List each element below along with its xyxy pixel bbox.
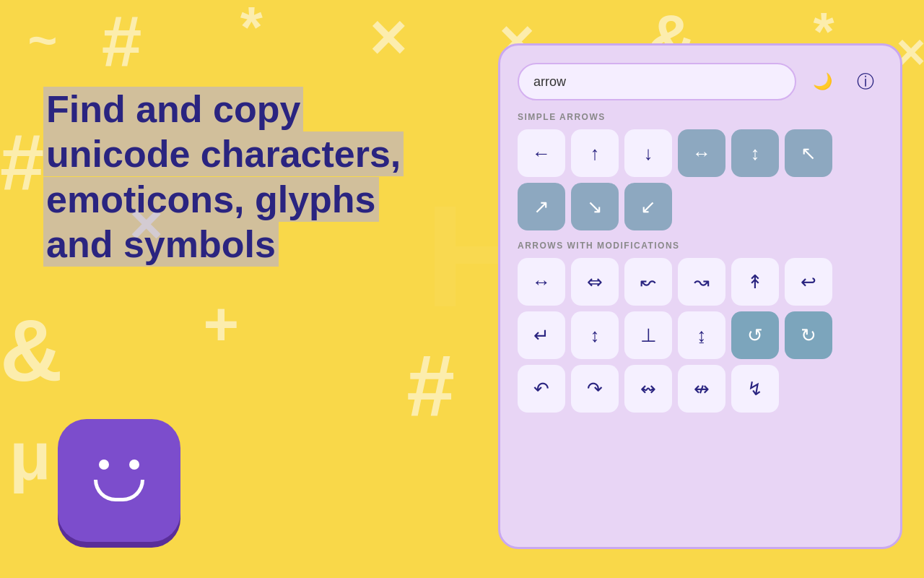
sym-mod-12[interactable]: ↻ <box>785 311 832 359</box>
arrows-modifications-section: ARROWS WITH MODIFICATIONS ↔ ⇔ ↜ ↝ ↟ ↩ ↵ … <box>518 241 883 413</box>
sym-mod-8[interactable]: ↕ <box>571 311 619 359</box>
simple-arrows-label: SIMPLE ARROWS <box>518 112 883 122</box>
symbol-se-arrow[interactable]: ↘ <box>571 183 619 230</box>
scroll-area: SIMPLE ARROWS ← ↑ ↓ ↔ ↕ ↖ ↗ ↘ ↙ ARROWS W… <box>518 112 883 530</box>
headline-line-2: unicode characters, <box>43 131 404 176</box>
sym-mod-3[interactable]: ↜ <box>624 258 672 306</box>
headline-line-1: Find and copy <box>43 87 303 131</box>
headline: Find and copy unicode characters, emotic… <box>43 87 433 267</box>
mascot-eye-left <box>99 460 109 470</box>
sym-mod-17[interactable]: ↯ <box>731 365 779 413</box>
headline-line-3: emoticons, glyphs <box>43 177 379 222</box>
sym-mod-11[interactable]: ↺ <box>731 311 779 359</box>
symbol-down-arrow[interactable]: ↓ <box>624 129 672 177</box>
mascot-body <box>58 419 180 542</box>
sym-mod-5[interactable]: ↟ <box>731 258 779 306</box>
dark-mode-button[interactable]: 🌙 <box>805 64 840 99</box>
arrows-modifications-grid: ↔ ⇔ ↜ ↝ ↟ ↩ ↵ ↕ ⊥ ↨ ↺ ↻ ↶ ↷ ↭ ↮ ↯ <box>518 258 883 413</box>
symbol-left-arrow[interactable]: ← <box>518 129 565 177</box>
symbol-ud-arrow[interactable]: ↕ <box>731 129 779 177</box>
sym-mod-7[interactable]: ↵ <box>518 311 565 359</box>
symbol-ne-arrow[interactable]: ↗ <box>518 183 565 230</box>
simple-arrows-section: SIMPLE ARROWS ← ↑ ↓ ↔ ↕ ↖ ↗ ↘ ↙ <box>518 112 883 230</box>
info-icon: ⓘ <box>857 70 874 93</box>
symbol-panel: 🌙 ⓘ SIMPLE ARROWS ← ↑ ↓ ↔ ↕ ↖ ↗ ↘ ↙ <box>498 43 902 549</box>
left-section: Find and copy unicode characters, emotic… <box>43 87 433 267</box>
sym-mod-14[interactable]: ↷ <box>571 365 619 413</box>
mascot <box>58 419 180 542</box>
mascot-eye-right <box>129 460 139 470</box>
sym-mod-15[interactable]: ↭ <box>624 365 672 413</box>
symbol-sw-arrow[interactable]: ↙ <box>624 183 672 230</box>
search-row: 🌙 ⓘ <box>518 63 883 100</box>
symbol-up-arrow[interactable]: ↑ <box>571 129 619 177</box>
info-button[interactable]: ⓘ <box>848 64 883 99</box>
sym-mod-6[interactable]: ↩ <box>785 258 832 306</box>
headline-line-4: and symbols <box>43 222 279 267</box>
arrows-modifications-label: ARROWS WITH MODIFICATIONS <box>518 241 883 251</box>
moon-icon: 🌙 <box>813 72 832 91</box>
symbol-nw-arrow[interactable]: ↖ <box>785 129 832 177</box>
sym-mod-1[interactable]: ↔ <box>518 258 565 306</box>
sym-mod-13[interactable]: ↶ <box>518 365 565 413</box>
sym-mod-10[interactable]: ↨ <box>678 311 725 359</box>
mascot-eyes <box>99 460 139 470</box>
search-input[interactable] <box>518 63 796 100</box>
sym-mod-2[interactable]: ⇔ <box>571 258 619 306</box>
sym-mod-4[interactable]: ↝ <box>678 258 725 306</box>
mascot-smile <box>94 480 144 501</box>
sym-mod-16[interactable]: ↮ <box>678 365 725 413</box>
symbol-lr-arrow[interactable]: ↔ <box>678 129 725 177</box>
simple-arrows-grid: ← ↑ ↓ ↔ ↕ ↖ ↗ ↘ ↙ <box>518 129 883 230</box>
sym-mod-9[interactable]: ⊥ <box>624 311 672 359</box>
